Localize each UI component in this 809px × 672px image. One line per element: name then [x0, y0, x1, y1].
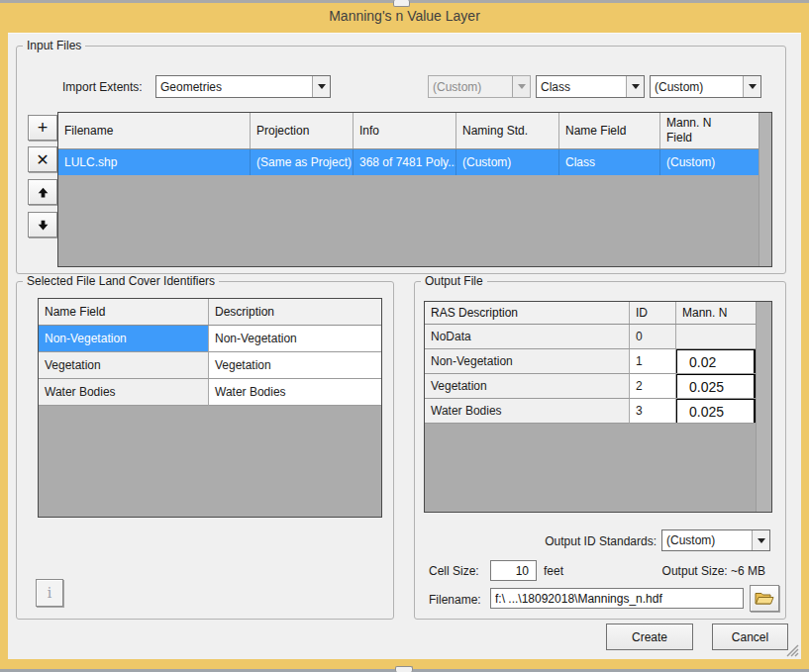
cell-ras-description: NoData — [425, 325, 630, 349]
add-file-button[interactable]: + — [28, 115, 57, 141]
import-extents-label: Import Extents: — [62, 80, 143, 94]
arrow-down-icon — [37, 219, 50, 232]
move-up-button[interactable] — [28, 179, 57, 205]
col-header-info: Info — [354, 113, 456, 148]
plus-icon: + — [38, 118, 49, 139]
chevron-down-icon — [752, 530, 769, 550]
browse-folder-button[interactable] — [750, 585, 779, 612]
naming-std-select: (Custom) — [428, 75, 531, 98]
col-header-name-field: Name Field — [559, 113, 660, 148]
cell-id: 1 — [630, 349, 676, 374]
dialog-body: Input Files Import Extents: Geometries (… — [8, 33, 801, 659]
import-extents-select[interactable]: Geometries — [155, 75, 331, 98]
col-header-ras-description: RAS Description — [425, 302, 630, 324]
input-files-group-label: Input Files — [23, 39, 85, 52]
cell-filename: LULC.shp — [58, 149, 251, 175]
col-header-naming-std: Naming Std. — [456, 113, 559, 148]
table-scrollbar-track — [758, 113, 771, 266]
cell-mann-n: 0.025 — [676, 374, 757, 399]
input-files-table: Filename Projection Info Naming Std. Nam… — [57, 112, 772, 267]
table-row[interactable]: Water Bodies 3 0.025 — [425, 399, 757, 424]
input-files-table-header: Filename Projection Info Naming Std. Nam… — [58, 113, 759, 149]
move-down-button[interactable] — [28, 212, 57, 238]
filename-label: Filename: — [429, 593, 481, 607]
naming-std-select-value: (Custom) — [429, 76, 512, 97]
cell-mann-n: 0.025 — [676, 399, 757, 424]
cell-name-field: Class — [559, 149, 660, 175]
col-header-name-field: Name Field — [39, 299, 209, 325]
chevron-down-icon — [743, 76, 760, 97]
cell-projection: (Same as Project) — [251, 149, 354, 175]
table-row[interactable]: Vegetation 2 0.025 — [425, 374, 757, 399]
open-folder-icon — [755, 591, 774, 606]
mann-n-input[interactable]: 0.025 — [676, 399, 756, 424]
col-header-mann-n-field: Mann. N Field — [660, 113, 759, 148]
cell-description: Vegetation — [209, 352, 381, 379]
mann-n-field-select-value: (Custom) — [651, 76, 743, 97]
cell-size-label: Cell Size: — [429, 564, 479, 578]
output-file-group-label: Output File — [421, 274, 487, 288]
cell-naming-std: (Custom) — [456, 149, 559, 175]
mann-n-input[interactable]: 0.025 — [676, 374, 756, 399]
cell-name-field: Vegetation — [39, 352, 209, 379]
cell-mann-n-field: (Custom) — [660, 149, 759, 175]
chevron-down-icon — [512, 76, 530, 97]
filename-input[interactable] — [490, 588, 744, 609]
arrow-up-icon — [37, 186, 50, 199]
output-file-table: RAS Description ID Mann. N NoData 0 Non-… — [424, 301, 772, 513]
output-id-standards-value: (Custom) — [662, 530, 752, 550]
table-row[interactable]: LULC.shp (Same as Project) 368 of 7481 P… — [58, 149, 759, 175]
table-row[interactable]: Water Bodies Water Bodies — [39, 379, 381, 406]
window-drag-handle-top[interactable] — [393, 0, 410, 7]
mann-n-input[interactable]: 0.02 — [676, 349, 756, 374]
cell-id: 2 — [630, 374, 676, 399]
cancel-button[interactable]: Cancel — [712, 624, 788, 650]
col-header-mann-n: Mann. N — [676, 302, 757, 324]
resize-grip[interactable] — [783, 641, 799, 657]
cell-size-input[interactable] — [490, 560, 537, 581]
chevron-down-icon — [626, 76, 644, 97]
chevron-down-icon — [312, 76, 330, 97]
output-id-standards-label: Output ID Standards: — [503, 534, 657, 548]
create-button[interactable]: Create — [606, 624, 693, 650]
cell-description: Non-Vegetation — [209, 326, 381, 352]
table-row[interactable]: Vegetation Vegetation — [39, 352, 381, 379]
col-header-id: ID — [630, 302, 676, 324]
output-file-table-header: RAS Description ID Mann. N — [425, 302, 757, 325]
cell-id: 3 — [630, 399, 676, 424]
table-row[interactable]: Non-Vegetation 1 0.02 — [425, 349, 757, 374]
resize-grip-icon — [783, 641, 799, 657]
cell-id: 0 — [630, 325, 676, 349]
table-row[interactable]: Non-Vegetation Non-Vegetation — [39, 326, 381, 352]
remove-file-button[interactable]: ✕ — [28, 146, 57, 172]
cell-info: 368 of 7481 Poly... — [354, 149, 456, 175]
cell-description: Water Bodies — [209, 379, 381, 406]
cell-mann-n — [676, 325, 757, 349]
info-icon: i — [48, 585, 51, 601]
land-cover-table-header: Name Field Description — [39, 299, 381, 326]
cell-ras-description: Water Bodies — [425, 399, 630, 424]
land-cover-table: Name Field Description Non-Vegetation No… — [38, 298, 382, 518]
info-button[interactable]: i — [36, 579, 63, 607]
cell-name-field: Non-Vegetation — [39, 326, 209, 352]
land-cover-group-label: Selected File Land Cover Identifiers — [23, 274, 219, 288]
table-row[interactable]: NoData 0 — [425, 325, 757, 349]
cell-mann-n: 0.02 — [676, 349, 757, 374]
output-size-label: Output Size: ~6 MB — [553, 564, 765, 578]
output-id-standards-select[interactable]: (Custom) — [661, 529, 770, 551]
name-field-select-value: Class — [537, 76, 626, 97]
cell-ras-description: Vegetation — [425, 374, 630, 399]
col-header-projection: Projection — [251, 113, 354, 148]
name-field-select[interactable]: Class — [536, 75, 645, 98]
x-icon: ✕ — [36, 150, 49, 169]
table-scrollbar-track — [756, 302, 771, 512]
mann-n-field-select[interactable]: (Custom) — [650, 75, 761, 98]
create-button-label: Create — [632, 630, 667, 644]
cancel-button-label: Cancel — [732, 630, 768, 644]
window-drag-handle-bottom[interactable] — [395, 666, 413, 672]
import-extents-value: Geometries — [156, 76, 312, 97]
mannings-dialog: { "window": { "title": "Manning's n Valu… — [0, 0, 809, 672]
col-header-filename: Filename — [58, 113, 251, 148]
cell-ras-description: Non-Vegetation — [425, 349, 630, 374]
col-header-description: Description — [209, 299, 381, 325]
